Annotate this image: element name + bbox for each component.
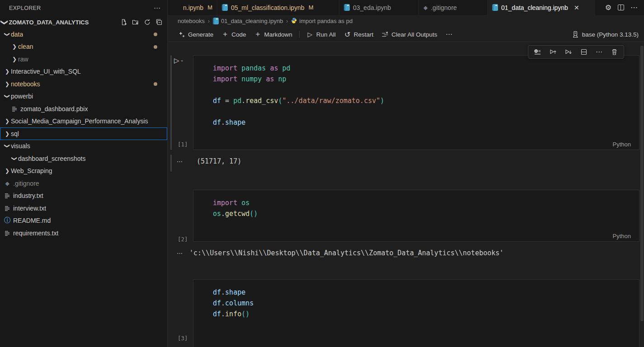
chevron-down-icon: ❯ (4, 142, 10, 150)
scrollbar[interactable] (640, 46, 644, 321)
play-icon: ▷ (174, 56, 179, 65)
explorer-more-icon[interactable]: ⋯ (154, 4, 161, 12)
cell-code-editor[interactable]: df.shapedf.columnsdf.info() (193, 280, 639, 319)
sidebar-file-zomato-dashboard-pbix[interactable]: zomato_dashboard.pbix (0, 103, 167, 115)
sidebar-folder-powerbi[interactable]: ❯powerbi (0, 90, 167, 103)
tree-item-label: zomato_dashboard.pbix (20, 105, 88, 113)
delete-cell-icon[interactable] (611, 48, 618, 56)
sidebar-folder-raw[interactable]: ❯raw (0, 53, 167, 66)
new-folder-icon[interactable] (132, 19, 139, 26)
explorer-header: EXPLORER ⋯ (0, 0, 167, 16)
toolbar-button-label: Markdown (264, 31, 292, 38)
execution-count: [1] (178, 141, 188, 148)
sidebar-folder-dashboard-screenshots[interactable]: ❯dashboard_screenshots (0, 152, 167, 165)
modified-badge-dot (154, 82, 157, 86)
restart-button[interactable]: ↺Restart (340, 29, 378, 40)
file-lines-icon (4, 193, 11, 198)
tab-close-icon[interactable]: ✕ (574, 4, 579, 11)
split-editor-icon[interactable] (618, 5, 624, 10)
notebook-file-icon (213, 18, 219, 24)
sidebar-folder-web-scraping[interactable]: ❯Web_Scraping (0, 165, 167, 178)
chevron-right-icon: ❯ (4, 68, 11, 75)
sidebar-file-requirements-txt[interactable]: requirements.txt (0, 227, 167, 239)
cell-code-editor[interactable]: import osos.getcwd() (193, 190, 639, 219)
notebook-toolbar: Generate+Code+Markdown▷Run All↺RestartCl… (168, 27, 644, 42)
chevron-right-icon: ❯ (4, 81, 11, 87)
code-cell[interactable]: import osos.getcwd()Python (193, 190, 639, 242)
cell-focus-bar[interactable] (170, 55, 172, 150)
toolbar-button-label: Code (231, 31, 246, 38)
sidebar-file--gitignore[interactable]: ◆.gitignore (0, 177, 167, 190)
chevron-down-icon: ❯ (4, 93, 10, 100)
chevron-down-icon: ❯ (0, 19, 9, 25)
code-cell[interactable]: df.shapedf.columnsdf.info()Python (193, 279, 639, 347)
tab--gitignore[interactable]: ◆.gitignore (419, 0, 488, 15)
output-more-icon[interactable]: ⋯ (177, 250, 183, 257)
cell-language-label[interactable]: Python (613, 141, 631, 148)
execute-cell-icon[interactable] (534, 48, 541, 56)
workspace-section-header[interactable]: ❯ ZOMATO_DATA_ANALYTICS (0, 16, 167, 28)
run-all-button[interactable]: ▷Run All (302, 29, 340, 40)
sidebar-folder-notebooks[interactable]: ❯notebooks (0, 78, 167, 90)
markdown-button[interactable]: +Markdown (250, 29, 296, 40)
sidebar-file-readme-md[interactable]: ⓘREADME.md (0, 215, 167, 227)
sidebar-folder-sql[interactable]: ❯sql (0, 127, 167, 140)
toolbar-button-label: Run All (316, 31, 336, 38)
breadcrumb-item[interactable]: notebooks (178, 18, 205, 24)
workspace-name: ZOMATO_DATA_ANALYTICS (9, 19, 89, 26)
new-file-icon[interactable] (120, 19, 127, 26)
sidebar-folder-clean[interactable]: ❯clean (0, 41, 167, 53)
tree-item-label: clean (18, 43, 33, 50)
settings-gear-icon[interactable]: ⚙ (605, 3, 611, 12)
toolbar-button-label: Generate (188, 31, 213, 38)
tree-item-label: dashboard_screenshots (18, 155, 85, 162)
cell-language-label[interactable]: Python (613, 233, 631, 239)
breadcrumb-separator: › (208, 18, 210, 24)
breadcrumb-item[interactable]: import pandas as pd (291, 18, 353, 25)
code-line: os.getcwd() (213, 208, 639, 219)
breadcrumb-label: notebooks (178, 18, 205, 24)
tree-item-label: Interactive_UI_with_SQL (11, 68, 81, 75)
plus-icon: + (221, 30, 229, 39)
refresh-icon[interactable] (143, 19, 151, 26)
sidebar-folder-visuals[interactable]: ❯visuals (0, 140, 167, 153)
tab-05-ml-classification-ipynb[interactable]: 05_ml_classification.ipynbM (217, 0, 339, 15)
kernel-picker[interactable]: base (Python 3.13.5) (572, 31, 639, 38)
code-line: import numpy as np (213, 74, 639, 84)
cell-code-editor[interactable]: import pandas as pdimport numpy as np df… (193, 56, 639, 128)
tab-01-data-cleaning-ipynb[interactable]: 01_data_cleaning.ipynb✕ (488, 0, 595, 15)
execute-above-icon[interactable] (549, 48, 557, 56)
run-cell-button[interactable]: ▷⌄ (174, 56, 184, 65)
chevron-down-icon: ❯ (11, 155, 18, 162)
generate-button[interactable]: Generate (174, 29, 217, 40)
code-cell[interactable]: import pandas as pdimport numpy as np df… (193, 55, 639, 150)
clear-all-outputs-button[interactable]: Clear All Outputs (377, 29, 441, 40)
sidebar-file-interview-txt[interactable]: interview.txt (0, 202, 167, 215)
more-button[interactable]: ⋯ (441, 29, 456, 40)
sidebar-folder-data[interactable]: ❯data (0, 28, 167, 41)
tree-item-label: visuals (11, 142, 30, 150)
output-more-icon[interactable]: ⋯ (177, 158, 183, 165)
tab-label: 01_data_cleaning.ipynb (501, 4, 568, 11)
breadcrumb-separator: › (286, 18, 288, 24)
tab-03-eda-ipynb[interactable]: 03_eda.ipynb (339, 0, 419, 15)
tab-n-ipynb[interactable]: n.ipynbM (168, 0, 217, 15)
sidebar-folder-social-media-campaign-performance-analysis[interactable]: ❯Social_Media_Campaign_Performance_Analy… (0, 115, 167, 128)
tree-item-label: .gitignore (13, 180, 39, 187)
tree-item-label: industry.txt (13, 192, 43, 199)
sidebar-file-industry-txt[interactable]: industry.txt (0, 190, 167, 202)
sidebar-folder-interactive-ui-with-sql[interactable]: ❯Interactive_UI_with_SQL (0, 66, 167, 78)
breadcrumb-item[interactable]: 01_data_cleaning.ipynb (213, 18, 283, 24)
execute-below-icon[interactable] (564, 48, 572, 56)
cell-more-icon[interactable]: ⋯ (595, 48, 603, 56)
breadcrumb-label: import pandas as pd (299, 18, 353, 24)
cell-toolbar: ⋯ (528, 45, 624, 59)
file-tree: ❯data❯clean❯raw❯Interactive_UI_with_SQL❯… (0, 28, 167, 239)
split-cell-icon[interactable] (580, 48, 588, 56)
collapse-all-icon[interactable] (155, 19, 163, 26)
kernel-icon (572, 31, 579, 38)
code-button[interactable]: +Code (217, 29, 250, 40)
tab-label: 05_ml_classification.ipynb (231, 4, 305, 11)
toolbar-separator (299, 31, 300, 38)
editor-more-icon[interactable]: ⋯ (630, 3, 638, 12)
